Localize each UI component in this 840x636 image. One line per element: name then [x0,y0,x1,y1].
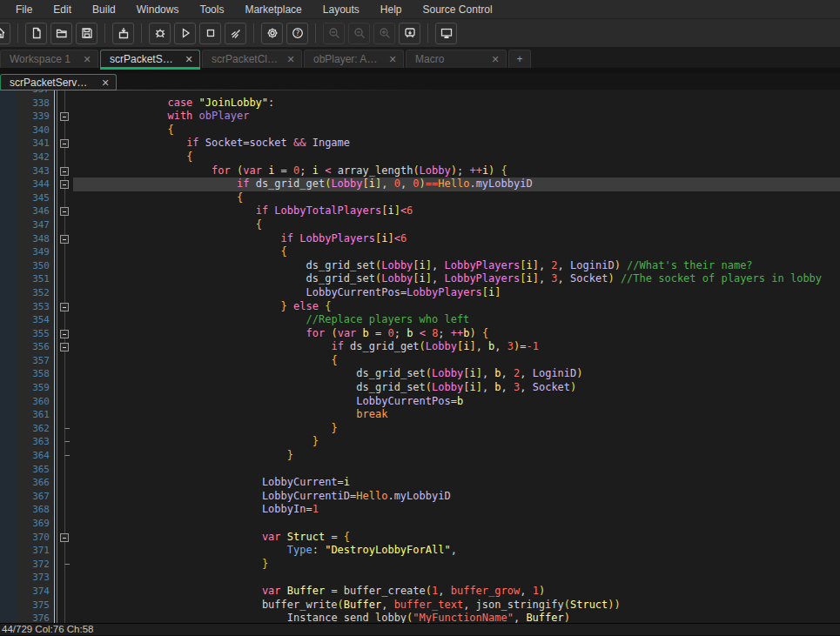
code-line-344[interactable]: 344if ds_grid_get(Lobby[i], 0, 0)==Hello… [17,177,840,191]
code-line-371[interactable]: 371Type: "DestroyLobbyForAll", [17,544,840,558]
code-line-359[interactable]: 359ds_grid_set(Lobby[i], b, 3, Socket) [17,381,840,395]
code-line-343[interactable]: 343for (var i = 0; i < array_length(Lobb… [17,164,840,178]
create-executable-button[interactable] [112,23,134,44]
code-line-354[interactable]: 354//Replace players who left [17,313,840,327]
code-line-348[interactable]: 348if LobbyPlayers[i]<6 [17,232,840,246]
menu-item-build[interactable]: Build [82,0,126,19]
code-line-355[interactable]: 355for (var b = 0; b < 8; ++b) { [17,327,840,341]
add-workspace-tab-button[interactable]: + [508,50,531,68]
code-line-360[interactable]: 360LobbyCurrentPos=b [17,395,840,409]
fold-collapse-icon[interactable] [60,533,69,542]
zoom-in-button[interactable] [373,23,395,44]
workspace-tab-obplayer-asy[interactable]: obPlayer: Asy...✕ [304,50,404,68]
close-tab-icon[interactable]: ✕ [82,54,92,65]
code-line-351[interactable]: 351ds_grid_set(Lobby[i], LobbyPlayers[i]… [17,272,840,286]
code-line-345[interactable]: 345{ [17,191,840,205]
code-line-352[interactable]: 352LobbyCurrentPos=LobbyPlayers[i] [17,286,840,300]
code-line-368[interactable]: 368LobbyIn=1 [17,503,840,517]
fold-collapse-icon[interactable] [60,167,69,176]
menu-item-help[interactable]: Help [370,0,413,19]
fold-collapse-icon[interactable] [60,112,69,121]
menu-item-tools[interactable]: Tools [189,0,234,19]
fold-gutter [57,218,73,232]
clean-button[interactable] [225,23,246,44]
stop-button[interactable] [199,23,221,44]
device-target-button[interactable] [399,23,420,44]
open-project-button[interactable] [50,23,72,44]
code-line-347[interactable]: 347{ [17,218,840,232]
fold-gutter [57,354,73,368]
fold-collapse-icon[interactable] [60,207,69,216]
file-tab-scrpacketserver-gml[interactable]: scrPacketServer.gml✕ [0,74,117,90]
workspace-tab-macro[interactable]: Macro✕ [406,50,507,68]
code-line-375[interactable]: 375buffer_write(Buffer, buffer_text, jso… [17,599,840,613]
fold-collapse-icon[interactable] [60,235,69,244]
save-all-button[interactable] [76,23,97,44]
code-line-361[interactable]: 361break [17,408,840,422]
workspace-tab-workspace-1[interactable]: Workspace 1✕ [0,50,98,68]
code-line-342[interactable]: 342{ [17,151,840,164]
code-line-353[interactable]: 353} else { [17,300,840,314]
code-text: if LobbyPlayers[i]<6 [73,232,840,246]
fold-collapse-icon[interactable] [60,343,69,351]
code-text: LobbyCurrentPos=LobbyPlayers[i] [73,286,840,300]
close-tab-icon[interactable]: ✕ [490,54,501,65]
code-line-366[interactable]: 366LobbyCurrent=i [17,476,840,490]
code-text: Type: "DestroyLobbyForAll", [73,544,840,558]
code-line-369[interactable]: 369 [17,517,840,531]
zoom-out-button[interactable] [323,23,345,44]
code-line-363[interactable]: 363} [17,435,840,449]
code-line-356[interactable]: 356if ds_grid_get(Lobby[i], b, 3)=-1 [17,340,840,354]
code-text: if LobbyTotalPlayers[i]<6 [73,204,840,218]
fold-collapse-icon[interactable] [60,330,69,338]
menu-item-windows[interactable]: Windows [126,0,190,19]
code-line-350[interactable]: 350ds_grid_set(Lobby[i], LobbyPlayers[i]… [17,259,840,273]
code-line-339[interactable]: 339with obPlayer [17,110,840,124]
close-tab-icon[interactable]: ✕ [387,54,398,65]
help-button[interactable]: ? [286,23,308,44]
code-line-346[interactable]: 346if LobbyTotalPlayers[i]<6 [17,204,840,218]
workspace-tab-scrpacketclient[interactable]: scrPacketClient✕ [202,50,302,68]
new-file-button[interactable] [25,23,47,44]
fold-collapse-icon[interactable] [60,139,69,148]
zoom-reset-button[interactable] [348,23,370,44]
zoom-reset-icon [353,26,366,40]
home-button[interactable] [0,23,10,44]
code-line-364[interactable]: 364} [17,449,840,463]
code-text: buffer_write(Buffer, buffer_text, json_s… [73,599,840,613]
code-line-349[interactable]: 349{ [17,245,840,259]
close-tab-icon[interactable]: ✕ [184,54,194,65]
menu-item-source-control[interactable]: Source Control [413,0,503,19]
menu-item-file[interactable]: File [5,0,43,19]
fold-collapse-icon[interactable] [60,180,69,189]
debug-button[interactable] [149,23,171,44]
code-line-358[interactable]: 358ds_grid_set(Lobby[i], b, 2, LoginiD) [17,367,840,381]
code-line-374[interactable]: 374var Buffer = buffer_create(1, buffer_… [17,585,840,599]
code-text: LobbyCurrent=i [73,476,840,490]
menu-item-marketplace[interactable]: Marketplace [234,0,312,19]
code-line-337[interactable]: 337 [17,90,840,97]
target-platform-button[interactable] [435,23,457,44]
code-line-365[interactable]: 365 [17,463,840,477]
menu-item-edit[interactable]: Edit [43,0,82,19]
code-line-362[interactable]: 362} [17,422,840,436]
code-line-373[interactable]: 373 [17,571,840,585]
code-line-338[interactable]: 338case "JoinLobby": [17,97,840,110]
code-line-357[interactable]: 357{ [17,354,840,368]
workspace-tab-scrpacketserv[interactable]: scrPacketServ...✕ [100,50,200,68]
code-line-370[interactable]: 370var Struct = { [17,531,840,545]
menu-item-layouts[interactable]: Layouts [312,0,370,19]
gamemaker-ide-window: FileEditBuildWindowsToolsMarketplaceLayo… [0,0,840,636]
code-line-341[interactable]: 341if Socket=socket && Ingame [17,137,840,151]
run-button[interactable] [174,23,196,44]
fold-collapse-icon[interactable] [60,303,69,311]
game-options-button[interactable] [261,23,283,44]
code-line-340[interactable]: 340{ [17,124,840,137]
code-line-372[interactable]: 372} [17,558,840,572]
fold-gutter [57,476,73,490]
code-line-376[interactable]: 376Instance_send_lobby("MyFunctionName",… [17,612,840,623]
code-line-367[interactable]: 367LobbyCurrentiD=Hello.myLobbyiD [17,490,840,504]
code-editor[interactable]: 337338case "JoinLobby":339with obPlayer3… [0,90,840,623]
close-tab-icon[interactable]: ✕ [100,77,111,89]
close-tab-icon[interactable]: ✕ [286,54,296,65]
